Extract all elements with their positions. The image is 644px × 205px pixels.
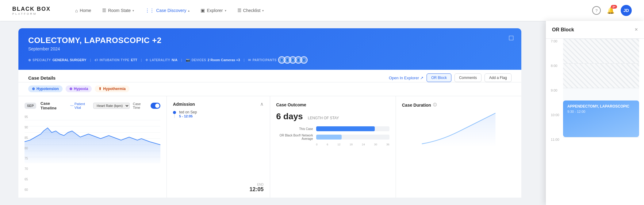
meta-sep-4: | — [244, 58, 245, 62]
timeline-event: ted on Sep 5 - 12:05 — [173, 110, 263, 118]
nav-item-explorer[interactable]: ▣ Explorer ▾ — [201, 8, 226, 13]
nav-label-case-discovery: Case Discovery — [156, 8, 186, 13]
help-button[interactable]: ? — [592, 6, 601, 15]
event-time: 5 - 12:05 — [179, 114, 263, 118]
devices-meta: 📷 DEVICES 2 Room Cameras +3 — [186, 58, 240, 62]
participants-meta: ✉ PARTICIPANTS 👤 👤 👤 👤 👤 — [248, 56, 307, 64]
bar-x-axis: 0 6 12 18 24 30 36 — [276, 143, 389, 146]
or-event-title: APPENDECTOMY, LAPAROSCOPIC — [567, 104, 635, 108]
navbar: BLACK BOX PLATFORM ⌂ Home ☰ Room State ▾… — [0, 0, 644, 21]
tag-hypothermia[interactable]: ⬆ Hypothermia — [95, 85, 129, 92]
add-flag-button[interactable]: Add a Flag — [485, 73, 512, 82]
this-case-bar-row: This Case — [276, 126, 389, 131]
intubation-meta: 🏷 INTUBATION TYPE ETT — [94, 58, 137, 62]
comments-button[interactable]: Comments — [454, 73, 481, 82]
vital-type-label[interactable]: 〰 Patient Vital — [70, 102, 90, 109]
or-block-body[interactable]: 7:00 8:00 9:00 APPENDECTOMY, — [546, 39, 644, 205]
participants-icon: ✉ — [248, 58, 251, 62]
timeline-dot-area — [173, 110, 176, 118]
case-time-label: Case Time — [133, 102, 147, 109]
outcome-stat: 6 days — [276, 112, 303, 121]
timeline-card: SEP Case Timeline 〰 Patient Vital Heart … — [18, 96, 167, 198]
tag-icon-hypotension: ⊕ — [32, 87, 35, 91]
admission-header: Admission ∧ — [173, 101, 263, 107]
duration-card: Case Duration ⓘ — [396, 96, 521, 198]
time-label-10: 10:00 — [551, 112, 563, 117]
intubation-value: ETT — [131, 58, 137, 62]
notifications-button[interactable]: 🔔 3+ — [607, 7, 615, 14]
specialty-meta: ⊕ SPECIALTY GENERAL SURGERY — [28, 58, 86, 62]
open-in-explorer-link[interactable]: Open In Explorer ↗ — [389, 76, 424, 80]
timeline-event-content: ted on Sep 5 - 12:05 — [179, 110, 263, 118]
laterality-value: N/A — [172, 58, 178, 62]
devices-value: 2 Room Cameras +3 — [208, 58, 240, 62]
specialty-label: SPECIALTY — [33, 58, 51, 62]
case-title: COLECTOMY, LAPAROSCOPIC +2 — [28, 36, 512, 45]
avg-track — [316, 135, 389, 140]
nav-item-case-discovery[interactable]: ⋮⋮ Case Discovery ▴ — [145, 8, 190, 13]
nav-items: ⌂ Home ☰ Room State ▾ ⋮⋮ Case Discovery … — [75, 8, 592, 13]
chart-area: 95 90 85 80 75 70 65 60 — [25, 114, 160, 193]
or-block-panel: OR Block × 7:00 8:00 — [546, 21, 644, 205]
case-discovery-icon: ⋮⋮ — [145, 8, 154, 13]
bookmark-icon[interactable]: ☐ — [508, 34, 514, 42]
meta-sep-3: | — [181, 58, 182, 62]
close-or-block-button[interactable]: × — [634, 26, 638, 33]
collapse-icon[interactable]: ∧ — [260, 101, 264, 107]
end-time: 12:05 — [173, 186, 263, 193]
nav-label-checklist: Checklist — [243, 8, 261, 13]
or-block-button[interactable]: OR Block — [427, 73, 451, 82]
tag-hypotension[interactable]: ⊕ Hypotension — [28, 85, 63, 92]
event-text: ted on Sep — [179, 110, 263, 114]
nav-item-room-state[interactable]: ☰ Room State ▾ — [102, 8, 134, 13]
info-icon: ⓘ — [433, 102, 437, 108]
outcome-title: Case Outcome — [276, 102, 389, 107]
nav-item-checklist[interactable]: ☰ Checklist ▾ — [237, 8, 264, 13]
duration-title: Case Duration ⓘ — [402, 102, 515, 108]
vital-measure-select[interactable]: Heart Rate (bpm) — [93, 103, 130, 109]
case-detail-bar: Case Details Open In Explorer ↗ OR Block… — [18, 70, 521, 82]
timeline-controls: 〰 Patient Vital Heart Rate (bpm) Case Ti… — [70, 102, 160, 109]
y-axis-labels: 95 90 85 80 75 70 65 60 — [25, 114, 28, 193]
avg-bar-row: OR Black Box® Network Average — [276, 134, 389, 140]
specialty-icon: ⊕ — [28, 58, 31, 62]
external-link-icon: ↗ — [420, 76, 424, 80]
laterality-icon: ✛ — [145, 58, 148, 62]
explorer-icon: ▣ — [201, 8, 205, 13]
meta-sep-2: | — [141, 58, 142, 62]
avg-label: OR Black Box® Network Average — [276, 134, 313, 140]
duration-svg — [402, 110, 515, 147]
timeline-dot — [173, 111, 176, 114]
nav-right: ? 🔔 3+ JD — [592, 5, 632, 16]
participants-avatars: 👤 👤 👤 👤 👤 — [278, 56, 308, 64]
user-avatar[interactable]: JD — [621, 5, 632, 16]
time-label-9: 9:00 — [551, 88, 563, 92]
laterality-label: LATERALITY — [150, 58, 170, 62]
participants-label: PARTICIPANTS — [252, 58, 276, 62]
tag-icon-hypothermia: ⬆ — [98, 87, 102, 91]
this-case-track — [316, 126, 389, 131]
sep-badge: SEP — [25, 103, 36, 109]
duration-chart — [402, 110, 515, 191]
nav-item-home[interactable]: ⌂ Home — [75, 8, 91, 13]
timeline-title: Case Timeline — [40, 101, 66, 110]
this-case-label: This Case — [276, 127, 313, 131]
vital-type-icon: 〰 — [70, 104, 74, 108]
case-time-toggle[interactable] — [151, 103, 160, 109]
time-label-7: 7:00 — [551, 39, 563, 43]
devices-icon: 📷 — [186, 58, 190, 62]
chevron-up-icon: ▴ — [188, 9, 190, 12]
room-state-icon: ☰ — [102, 8, 106, 13]
chevron-down-icon-3: ▾ — [262, 9, 264, 12]
or-block-header: OR Block × — [546, 21, 644, 39]
or-block-title: OR Block — [552, 27, 574, 33]
tag-hypoxia[interactable]: ⊕ Hypoxia — [66, 85, 92, 92]
bell-badge: 3+ — [611, 5, 617, 9]
outcome-unit: LENGTH OF STAY — [308, 116, 339, 120]
intubation-label: INTUBATION TYPE — [99, 58, 129, 62]
tags-bar: ⊕ Hypotension ⊕ Hypoxia ⬆ Hypothermia — [18, 82, 521, 96]
nav-label-home: Home — [80, 8, 91, 13]
specialty-value: GENERAL SURGERY — [52, 58, 86, 62]
checklist-icon: ☰ — [237, 8, 241, 13]
outcome-card: Case Outcome 6 days LENGTH OF STAY This … — [270, 96, 396, 198]
